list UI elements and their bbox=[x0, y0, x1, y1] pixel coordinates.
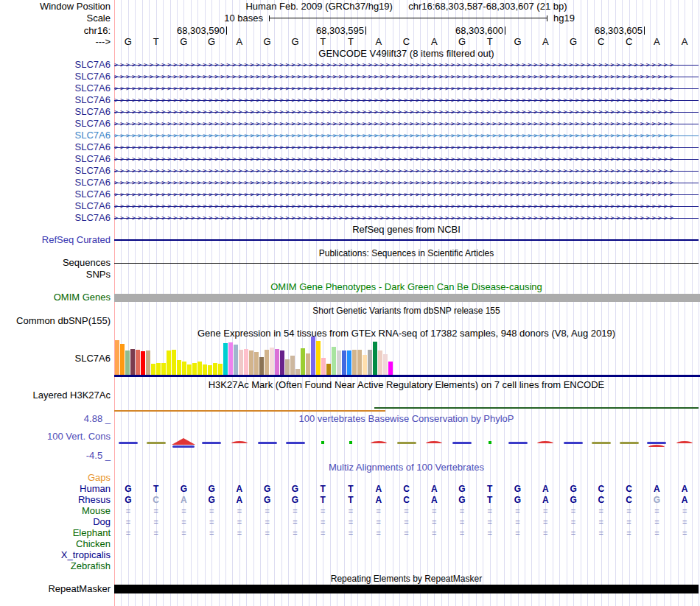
alignment-double-line: = bbox=[365, 506, 393, 516]
gene-row-arrows[interactable]: >>>>>>>>>>>>>>>>>>>>>>>>>>>>>>>>>>>>>>>>… bbox=[114, 118, 699, 130]
omim-gene-bar[interactable] bbox=[114, 294, 700, 302]
gene-row-arrows[interactable]: >>>>>>>>>>>>>>>>>>>>>>>>>>>>>>>>>>>>>>>>… bbox=[114, 141, 699, 153]
omim-genes-label[interactable]: OMIM Genes bbox=[0, 292, 111, 303]
species-label-x_tropicalis[interactable]: X_tropicalis bbox=[0, 550, 111, 560]
gene-label[interactable]: SLC7A6 bbox=[0, 154, 111, 164]
gene-label[interactable]: SLC7A6 bbox=[0, 60, 111, 70]
gene-row-arrows[interactable]: >>>>>>>>>>>>>>>>>>>>>>>>>>>>>>>>>>>>>>>>… bbox=[114, 106, 699, 118]
alignment-base: C bbox=[615, 484, 643, 494]
gtex-bar bbox=[192, 363, 197, 375]
chrom-label: chr16: bbox=[0, 26, 111, 36]
refseq-gene-line[interactable] bbox=[114, 239, 699, 241]
alignment-double-line: = bbox=[504, 517, 532, 527]
sequence-base: A bbox=[671, 37, 699, 47]
species-label-human[interactable]: Human bbox=[0, 484, 111, 494]
gene-label[interactable]: SLC7A6 bbox=[0, 107, 111, 117]
conservation-bar bbox=[508, 442, 528, 444]
gene-row-arrows[interactable]: >>>>>>>>>>>>>>>>>>>>>>>>>>>>>>>>>>>>>>>>… bbox=[114, 165, 699, 177]
species-label-elephant[interactable]: Elephant bbox=[0, 528, 111, 538]
gtex-bar bbox=[244, 349, 248, 375]
scale-ruler-tick-right bbox=[547, 15, 547, 21]
common-dbsnp-label[interactable]: Common dbSNP(155) bbox=[0, 316, 111, 326]
gene-label[interactable]: SLC7A6 bbox=[0, 95, 111, 105]
publications-track-title: Publications: Sequences in Scientific Ar… bbox=[114, 248, 699, 258]
species-label-mouse[interactable]: Mouse bbox=[0, 506, 111, 516]
gene-row-arrows[interactable]: >>>>>>>>>>>>>>>>>>>>>>>>>>>>>>>>>>>>>>>>… bbox=[114, 82, 699, 94]
gene-row-arrows[interactable]: >>>>>>>>>>>>>>>>>>>>>>>>>>>>>>>>>>>>>>>>… bbox=[114, 130, 699, 141]
gtex-bar bbox=[218, 364, 223, 375]
gene-label[interactable]: SLC7A6 bbox=[0, 166, 111, 176]
alignment-double-line: = bbox=[393, 528, 421, 538]
alignment-base: G bbox=[197, 495, 225, 505]
alignment-base: T bbox=[309, 484, 337, 494]
gene-row-arrows[interactable]: >>>>>>>>>>>>>>>>>>>>>>>>>>>>>>>>>>>>>>>>… bbox=[114, 177, 699, 189]
gtex-bar bbox=[141, 351, 145, 375]
gene-row-arrows[interactable]: >>>>>>>>>>>>>>>>>>>>>>>>>>>>>>>>>>>>>>>>… bbox=[114, 189, 699, 200]
alignment-base: G bbox=[253, 484, 281, 494]
sequence-base: T bbox=[337, 37, 365, 47]
alignment-double-line: = bbox=[671, 517, 699, 527]
species-label-rhesus[interactable]: Rhesus bbox=[0, 495, 111, 505]
snps-label[interactable]: SNPs bbox=[0, 269, 111, 280]
alignment-base: T bbox=[337, 495, 365, 505]
gene-row-arrows[interactable]: >>>>>>>>>>>>>>>>>>>>>>>>>>>>>>>>>>>>>>>>… bbox=[114, 59, 699, 71]
species-label-dog[interactable]: Dog bbox=[0, 517, 111, 527]
alignment-double-line: = bbox=[559, 528, 587, 538]
sequences-label[interactable]: Sequences bbox=[0, 258, 111, 268]
coordinate-label: 68,303,600 bbox=[437, 26, 503, 36]
sequence-base: C bbox=[587, 37, 615, 47]
gene-row-arrows[interactable]: >>>>>>>>>>>>>>>>>>>>>>>>>>>>>>>>>>>>>>>>… bbox=[114, 94, 699, 106]
alignment-double-line: = bbox=[615, 506, 643, 516]
species-label-gaps[interactable]: Gaps bbox=[0, 473, 111, 483]
gene-label[interactable]: SLC7A6 bbox=[0, 130, 111, 141]
refseq-curated-label[interactable]: RefSeq Curated bbox=[0, 235, 111, 245]
gene-row-arrows[interactable]: >>>>>>>>>>>>>>>>>>>>>>>>>>>>>>>>>>>>>>>>… bbox=[114, 153, 699, 165]
species-label-zebrafish[interactable]: Zebrafish bbox=[0, 561, 111, 571]
alignment-base: A bbox=[170, 495, 198, 505]
gtex-bar bbox=[311, 337, 315, 375]
genome-browser-view: Window Position Human Feb. 2009 (GRCh37/… bbox=[0, 0, 700, 606]
sequences-line[interactable] bbox=[114, 263, 699, 264]
conservation-dip bbox=[648, 445, 665, 447]
conservation-dot bbox=[489, 441, 491, 444]
repeatmasker-track-title: Repeating Elements by RepeatMasker bbox=[114, 574, 699, 584]
alignment-base: C bbox=[587, 484, 615, 494]
gene-row-arrows[interactable]: >>>>>>>>>>>>>>>>>>>>>>>>>>>>>>>>>>>>>>>>… bbox=[114, 71, 699, 82]
alignment-double-line: = bbox=[476, 517, 504, 527]
alignment-double-line: = bbox=[170, 506, 198, 516]
gene-label[interactable]: SLC7A6 bbox=[0, 119, 111, 129]
gene-label[interactable]: SLC7A6 bbox=[0, 142, 111, 152]
gtex-bar bbox=[213, 363, 217, 375]
gtex-bar bbox=[136, 350, 140, 375]
dbsnp-track-title: Short Genetic Variants from dbSNP releas… bbox=[114, 306, 699, 316]
coordinate-label: 68,303,590 bbox=[158, 26, 225, 36]
species-label-chicken[interactable]: Chicken bbox=[0, 539, 111, 549]
sequence-base: G bbox=[448, 37, 476, 47]
gtex-bar bbox=[347, 350, 351, 375]
position-range: chr16:68,303,587-68,303,607 (21 bp) bbox=[408, 1, 567, 12]
alignment-double-line: = bbox=[476, 528, 504, 538]
vert-cons-label[interactable]: 100 Vert. Cons bbox=[0, 431, 111, 442]
gtex-bar bbox=[167, 350, 171, 375]
gene-label[interactable]: SLC7A6 bbox=[0, 189, 111, 200]
alignment-double-line: = bbox=[420, 506, 448, 516]
gene-row-arrows[interactable]: >>>>>>>>>>>>>>>>>>>>>>>>>>>>>>>>>>>>>>>>… bbox=[114, 212, 699, 224]
multiz-track-title: Multiz Alignments of 100 Vertebrates bbox=[114, 462, 699, 473]
gtex-bar bbox=[223, 343, 228, 375]
gene-label[interactable]: SLC7A6 bbox=[0, 177, 111, 188]
gene-label[interactable]: SLC7A6 bbox=[0, 83, 111, 94]
gridline bbox=[699, 0, 699, 606]
alignment-base: G bbox=[559, 495, 587, 505]
layered-h3k27ac-label[interactable]: Layered H3K27Ac bbox=[0, 390, 111, 401]
gtex-gene-label[interactable]: SLC7A6 bbox=[0, 353, 111, 364]
alignment-double-line: = bbox=[309, 506, 337, 516]
alignment-double-line: = bbox=[337, 528, 365, 538]
gene-row-arrows[interactable]: >>>>>>>>>>>>>>>>>>>>>>>>>>>>>>>>>>>>>>>>… bbox=[114, 200, 699, 212]
gene-label[interactable]: SLC7A6 bbox=[0, 71, 111, 82]
repeatmasker-element-bar[interactable] bbox=[114, 585, 699, 593]
gene-label[interactable]: SLC7A6 bbox=[0, 213, 111, 223]
alignment-double-line: = bbox=[420, 517, 448, 527]
gene-label[interactable]: SLC7A6 bbox=[0, 201, 111, 211]
gtex-bar bbox=[228, 342, 233, 375]
repeatmasker-label[interactable]: RepeatMasker bbox=[0, 584, 111, 594]
